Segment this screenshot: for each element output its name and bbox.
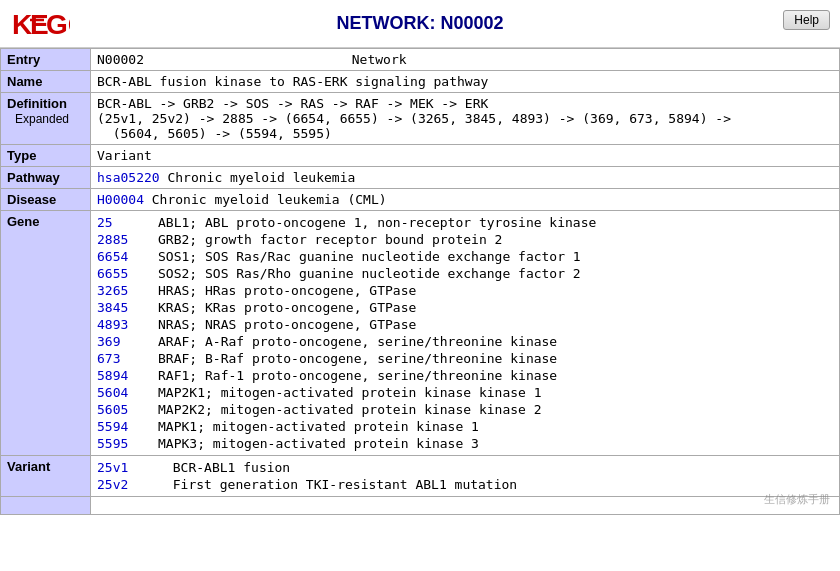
watermark: 生信修炼手册 xyxy=(764,492,830,507)
page-header: K E GG NETWORK: N00002 Help xyxy=(0,0,840,48)
gene-id-link[interactable]: 5605 xyxy=(97,402,128,417)
gene-id-link[interactable]: 2885 xyxy=(97,232,128,247)
entry-label: Entry xyxy=(1,49,91,71)
type-row: Type Variant xyxy=(1,145,840,167)
gene-id-link[interactable]: 6654 xyxy=(97,249,128,264)
variant-table-row: 25v1 BCR-ABL1 fusion xyxy=(97,459,833,476)
gene-table-row: 5605 MAP2K2; mitogen-activated protein k… xyxy=(97,401,833,418)
gene-desc-cell: KRAS; KRas proto-oncogene, GTPase xyxy=(158,299,833,316)
gene-id-link[interactable]: 5604 xyxy=(97,385,128,400)
gene-id-link[interactable]: 4893 xyxy=(97,317,128,332)
entry-type: Network xyxy=(352,52,407,67)
variant-value: 25v1 BCR-ABL1 fusion 25v2 First generati… xyxy=(91,456,840,497)
pathway-link[interactable]: hsa05220 xyxy=(97,170,160,185)
gene-table-row: 3265 HRAS; HRas proto-oncogene, GTPase xyxy=(97,282,833,299)
definition-value: BCR-ABL -> GRB2 -> SOS -> RAS -> RAF -> … xyxy=(91,93,840,145)
variant-desc-cell: First generation TKI-resistant ABL1 muta… xyxy=(173,476,833,493)
gene-id-cell: 3265 xyxy=(97,282,158,299)
gene-id-cell: 5604 xyxy=(97,384,158,401)
extra-row xyxy=(1,497,840,515)
gene-id-cell: 6655 xyxy=(97,265,158,282)
gene-id-cell: 2885 xyxy=(97,231,158,248)
gene-desc-cell: GRB2; growth factor receptor bound prote… xyxy=(158,231,833,248)
type-value: Variant xyxy=(91,145,840,167)
gene-desc-cell: ABL1; ABL proto-oncogene 1, non-receptor… xyxy=(158,214,833,231)
extra-label xyxy=(1,497,91,515)
gene-table-row: 5594 MAPK1; mitogen-activated protein ki… xyxy=(97,418,833,435)
help-button[interactable]: Help xyxy=(783,10,830,30)
info-table: Entry N00002 Network Name BCR-ABL fusion… xyxy=(0,48,840,515)
pathway-value: hsa05220 Chronic myeloid leukemia xyxy=(91,167,840,189)
gene-desc-cell: MAP2K1; mitogen-activated protein kinase… xyxy=(158,384,833,401)
type-label: Type xyxy=(1,145,91,167)
pathway-label: Pathway xyxy=(1,167,91,189)
gene-id-link[interactable]: 25 xyxy=(97,215,113,230)
gene-id-link[interactable]: 3845 xyxy=(97,300,128,315)
definition-row: Definition Expanded BCR-ABL -> GRB2 -> S… xyxy=(1,93,840,145)
entry-id: N00002 xyxy=(97,52,144,67)
kegg-logo: K E GG xyxy=(10,4,70,44)
name-label: Name xyxy=(1,71,91,93)
gene-id-link[interactable]: 369 xyxy=(97,334,120,349)
variant-id-cell: 25v1 xyxy=(97,459,173,476)
gene-table-row: 25 ABL1; ABL proto-oncogene 1, non-recep… xyxy=(97,214,833,231)
gene-id-link[interactable]: 6655 xyxy=(97,266,128,281)
gene-id-cell: 5894 xyxy=(97,367,158,384)
variant-id-cell: 25v2 xyxy=(97,476,173,493)
gene-table-row: 5894 RAF1; Raf-1 proto-oncogene, serine/… xyxy=(97,367,833,384)
gene-label: Gene xyxy=(1,211,91,456)
gene-id-cell: 3845 xyxy=(97,299,158,316)
disease-label: Disease xyxy=(1,189,91,211)
variant-id-link[interactable]: 25v1 xyxy=(97,460,128,475)
gene-id-link[interactable]: 5595 xyxy=(97,436,128,451)
gene-value: 25 ABL1; ABL proto-oncogene 1, non-recep… xyxy=(91,211,840,456)
variant-id-link[interactable]: 25v2 xyxy=(97,477,128,492)
definition-label: Definition Expanded xyxy=(1,93,91,145)
disease-link[interactable]: H00004 xyxy=(97,192,144,207)
definition-text: BCR-ABL -> GRB2 -> SOS -> RAS -> RAF -> … xyxy=(97,96,833,111)
gene-table-row: 4893 NRAS; NRAS proto-oncogene, GTPase xyxy=(97,316,833,333)
gene-id-link[interactable]: 3265 xyxy=(97,283,128,298)
entry-value: N00002 Network xyxy=(91,49,840,71)
gene-desc-cell: SOS2; SOS Ras/Rho guanine nucleotide exc… xyxy=(158,265,833,282)
gene-desc-cell: MAP2K2; mitogen-activated protein kinase… xyxy=(158,401,833,418)
variant-table-row: 25v2 First generation TKI-resistant ABL1… xyxy=(97,476,833,493)
gene-id-link[interactable]: 5894 xyxy=(97,368,128,383)
disease-name: Chronic myeloid leukemia (CML) xyxy=(152,192,387,207)
gene-id-link[interactable]: 5594 xyxy=(97,419,128,434)
gene-desc-cell: ARAF; A-Raf proto-oncogene, serine/threo… xyxy=(158,333,833,350)
gene-table-row: 3845 KRAS; KRas proto-oncogene, GTPase xyxy=(97,299,833,316)
gene-table-row: 2885 GRB2; growth factor receptor bound … xyxy=(97,231,833,248)
gene-id-cell: 25 xyxy=(97,214,158,231)
gene-desc-cell: SOS1; SOS Ras/Rac guanine nucleotide exc… xyxy=(158,248,833,265)
gene-desc-cell: NRAS; NRAS proto-oncogene, GTPase xyxy=(158,316,833,333)
gene-desc-cell: HRAS; HRas proto-oncogene, GTPase xyxy=(158,282,833,299)
page-title: NETWORK: N00002 xyxy=(336,13,503,34)
gene-table-row: 6655 SOS2; SOS Ras/Rho guanine nucleotid… xyxy=(97,265,833,282)
gene-id-cell: 369 xyxy=(97,333,158,350)
gene-table-row: 369 ARAF; A-Raf proto-oncogene, serine/t… xyxy=(97,333,833,350)
gene-id-cell: 673 xyxy=(97,350,158,367)
gene-id-link[interactable]: 673 xyxy=(97,351,120,366)
variant-desc-cell: BCR-ABL1 fusion xyxy=(173,459,833,476)
svg-text:GG: GG xyxy=(46,9,70,40)
gene-table: 25 ABL1; ABL proto-oncogene 1, non-recep… xyxy=(97,214,833,452)
pathway-row: Pathway hsa05220 Chronic myeloid leukemi… xyxy=(1,167,840,189)
gene-id-cell: 6654 xyxy=(97,248,158,265)
gene-table-row: 5595 MAPK3; mitogen-activated protein ki… xyxy=(97,435,833,452)
gene-desc-cell: MAPK3; mitogen-activated protein kinase … xyxy=(158,435,833,452)
variant-table: 25v1 BCR-ABL1 fusion 25v2 First generati… xyxy=(97,459,833,493)
gene-id-cell: 5605 xyxy=(97,401,158,418)
name-row: Name BCR-ABL fusion kinase to RAS-ERK si… xyxy=(1,71,840,93)
gene-id-cell: 4893 xyxy=(97,316,158,333)
gene-desc-cell: MAPK1; mitogen-activated protein kinase … xyxy=(158,418,833,435)
variant-row: Variant 25v1 BCR-ABL1 fusion 25v2 First … xyxy=(1,456,840,497)
gene-table-row: 5604 MAP2K1; mitogen-activated protein k… xyxy=(97,384,833,401)
gene-table-row: 673 BRAF; B-Raf proto-oncogene, serine/t… xyxy=(97,350,833,367)
gene-desc-cell: RAF1; Raf-1 proto-oncogene, serine/threo… xyxy=(158,367,833,384)
disease-row: Disease H00004 Chronic myeloid leukemia … xyxy=(1,189,840,211)
gene-id-cell: 5595 xyxy=(97,435,158,452)
variant-label: Variant xyxy=(1,456,91,497)
gene-row: Gene 25 ABL1; ABL proto-oncogene 1, non-… xyxy=(1,211,840,456)
extra-value xyxy=(91,497,840,515)
